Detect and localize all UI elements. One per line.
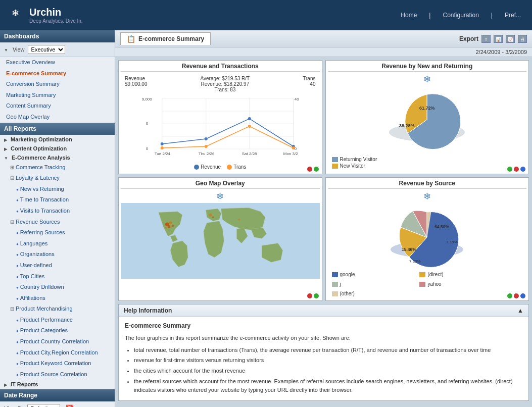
logo-text: Urchin Deep Analytics. Dive In. <box>29 7 83 24</box>
revenue-new-returning-title: Revenue by New and Returning <box>328 63 527 72</box>
help-section: Help Information ▲ E-commerce Summary Th… <box>118 304 529 401</box>
sidebar-item-content-summary[interactable]: Content Summary <box>0 100 115 112</box>
nav-links: Home | Configuration | Pref... <box>395 12 527 19</box>
svg-point-33 <box>168 225 171 228</box>
sidebar-group-it-reports[interactable]: IT Reports <box>0 380 115 389</box>
line-chart-container: Revenue $9,000.00 Average: $219.53 R/T R… <box>121 74 320 162</box>
svg-text:❄: ❄ <box>12 8 19 18</box>
svg-point-25 <box>205 145 208 148</box>
sidebar-item-revenue-sources[interactable]: Revenue Sources <box>0 217 115 228</box>
help-intro: The four graphics in this report summari… <box>125 334 522 343</box>
revenue-source-title: Revenue by Source <box>328 180 527 189</box>
trans-max: 40 <box>303 81 315 87</box>
trans-value: Trans: 83 <box>201 87 250 92</box>
sidebar-item-organizations[interactable]: Organizations <box>0 249 115 260</box>
date-range-text: 2/24/2009 - 3/2/2009 <box>475 49 527 55</box>
pie-chart-source: 64.50% 15.46% 7.20% 7.15% <box>328 203 527 270</box>
revenue-sources-minus-icon <box>10 219 16 225</box>
export-xls-icon[interactable]: 📈 <box>506 35 515 43</box>
legend-other-box <box>332 291 338 296</box>
legend-yahoo-box <box>419 282 425 287</box>
sidebar-item-geo-map-overlay[interactable]: Geo Map Overlay <box>0 112 115 123</box>
svg-text:7.15%: 7.15% <box>446 240 458 244</box>
indicator-blue-4 <box>520 293 525 298</box>
sidebar-item-top-cities[interactable]: Top Cities <box>0 271 115 282</box>
geo-map-chart: Geo Map Overlay ❄ <box>118 177 322 301</box>
pie-legend-1: Returning Visitor New Visitor <box>328 154 527 172</box>
sidebar-item-affiliations[interactable]: Affiliations <box>0 293 115 304</box>
help-section-title: Help Information <box>124 307 172 314</box>
sidebar-item-product-keyword[interactable]: Product Keyword Correlation <box>0 358 115 369</box>
line-chart-legend: Revenue Trans <box>121 162 320 172</box>
sidebar-item-languages[interactable]: Languages <box>0 238 115 249</box>
export-csv-icon[interactable]: 📊 <box>494 35 503 43</box>
sidebar-item-referring-sources[interactable]: Referring Sources <box>0 227 115 238</box>
indicator-green <box>314 167 319 172</box>
line-chart-stats: Average: $219.53 R/T Revenue: $18,220.97… <box>201 76 250 92</box>
legend-other: (other) <box>332 291 418 296</box>
sidebar-item-product-performance[interactable]: Product Performance <box>0 315 115 326</box>
legend-trans-label: Trans <box>233 164 246 170</box>
view-select[interactable]: Executive Standard Custom <box>28 45 65 54</box>
sidebar-item-time-transaction[interactable]: Time to Transaction <box>0 194 115 206</box>
sidebar-item-executive-overview[interactable]: Executive Overview <box>0 57 115 68</box>
help-bullet-2: revenue for first-time visitors versus r… <box>134 356 522 365</box>
logo-icon: ❄ <box>5 5 25 25</box>
revenue-label: Revenue <box>125 76 148 81</box>
sidebar-item-marketing-summary[interactable]: Marketing Summary <box>0 90 115 101</box>
legend-direct-label: (direct) <box>427 272 443 277</box>
viewby-select[interactable]: Default Weekly Monthly <box>27 404 60 407</box>
sidebar-item-product-country[interactable]: Product Country Correlation <box>0 336 115 347</box>
svg-point-38 <box>212 216 214 218</box>
sidebar-item-product-merch[interactable]: Product Merchandising <box>0 303 115 315</box>
commerce-tracking-plus-icon <box>10 164 16 170</box>
legend-seg1-label: j <box>340 281 341 287</box>
sidebar-item-product-city[interactable]: Product City,Region Correlation <box>0 347 115 359</box>
chart-indicators-1 <box>307 167 319 172</box>
sidebar-item-conversion-summary[interactable]: Conversion Summary <box>0 79 115 90</box>
it-reports-triangle-icon <box>4 381 9 387</box>
sidebar-item-product-categories[interactable]: Product Categories <box>0 325 115 336</box>
sidebar-item-new-returning[interactable]: New vs Returning <box>0 184 115 195</box>
nav-configuration[interactable]: Configuration <box>437 12 485 19</box>
help-bullet-3: the cities which account for the most re… <box>134 367 522 376</box>
sidebar-item-commerce-tracking[interactable]: Commerce Tracking <box>0 162 115 173</box>
sidebar-item-product-source[interactable]: Product Source Correlation <box>0 369 115 380</box>
nav-preferences[interactable]: Pref... <box>499 12 527 19</box>
chart-indicators-3 <box>307 293 319 298</box>
line-chart-svg: 9,000 0 0 40 0 Tue 2/24 Thu 2/26 Sat 2/2… <box>123 93 318 159</box>
sidebar-item-user-defined[interactable]: User-defined <box>0 260 115 271</box>
date-range-header: Date Range <box>0 389 115 401</box>
export-text-icon[interactable]: T <box>481 35 491 43</box>
sidebar-item-country-drilldown[interactable]: Country Drilldown <box>0 282 115 293</box>
sidebar: Dashboards View Executive Standard Custo… <box>0 30 115 407</box>
nav-home[interactable]: Home <box>395 12 423 19</box>
svg-text:9,000: 9,000 <box>142 97 153 101</box>
sidebar-item-visits-transaction[interactable]: Visits to Transaction <box>0 206 115 217</box>
legend-seg1-box <box>332 282 338 287</box>
sidebar-item-loyalty-latency[interactable]: Loyalty & Latency <box>0 173 115 184</box>
legend-seg1: j <box>332 281 418 287</box>
calendar-icon[interactable]: 📅 <box>65 404 74 407</box>
sidebar-group-ecommerce[interactable]: E-Commerce Analysis <box>0 153 115 162</box>
export-label: Export <box>459 35 478 42</box>
pie-chart-svg-2: 64.50% 15.46% 7.20% 7.15% <box>371 203 482 269</box>
svg-text:0: 0 <box>146 121 149 126</box>
sidebar-item-ecommerce-summary[interactable]: E-commerce Summary <box>0 68 115 79</box>
legend-direct-box <box>419 272 425 277</box>
export-print-icon[interactable]: 🖨 <box>518 35 527 43</box>
legend-google: google <box>332 272 418 277</box>
main-content: 📋 E-commerce Summary Export T 📊 📈 🖨 2/24… <box>115 30 532 407</box>
revenue-max: $9,000.00 <box>125 81 148 87</box>
svg-text:7.20%: 7.20% <box>409 259 421 264</box>
svg-point-22 <box>248 117 251 120</box>
sidebar-group-marketing-opt[interactable]: Marketing Optimization <box>0 135 115 144</box>
svg-point-20 <box>161 142 164 145</box>
snowflake-icon-1: ❄ <box>328 74 527 85</box>
export-controls: Export T 📊 📈 🖨 <box>459 35 527 43</box>
view-row: View Executive Standard Custom <box>0 42 115 57</box>
help-scroll-up[interactable]: ▲ <box>517 307 523 314</box>
svg-point-26 <box>248 125 251 128</box>
sidebar-group-content-opt[interactable]: Content Optimization <box>0 144 115 153</box>
report-header: 📋 E-commerce Summary Export T 📊 📈 🖨 <box>115 30 532 47</box>
